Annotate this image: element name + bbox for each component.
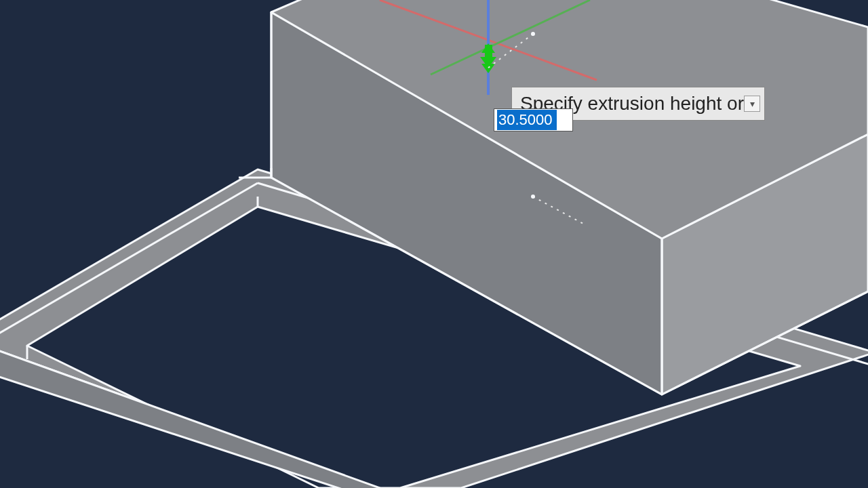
svg-point-23 [531, 195, 535, 199]
cad-viewport[interactable]: Specify extrusion height or ▾ 30.5000 [0, 0, 868, 488]
height-input[interactable]: 30.5000 [494, 108, 573, 131]
height-input-value[interactable]: 30.5000 [497, 110, 557, 130]
scene-canvas[interactable] [0, 0, 868, 488]
svg-point-22 [531, 32, 535, 36]
